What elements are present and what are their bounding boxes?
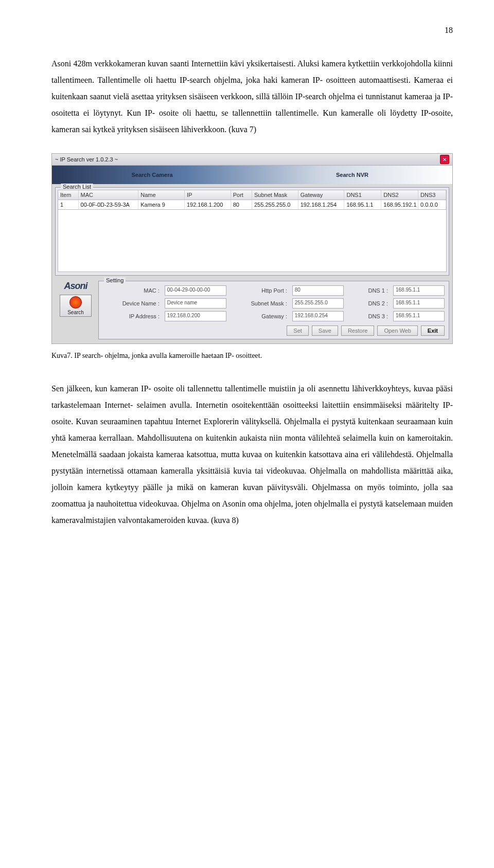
table-header: Item MAC Name IP Port Subnet Mask Gatewa…: [58, 190, 447, 200]
page-number: 18: [51, 26, 453, 35]
paragraph-2: Sen jälkeen, kun kameran IP- osoite oli …: [51, 381, 453, 529]
ip-label: IP Address :: [103, 313, 160, 319]
dns2-label: DNS 2 :: [349, 300, 388, 306]
table-row[interactable]: 1 00-0F-0D-23-59-3A Kamera 9 192.168.1.2…: [58, 200, 447, 210]
ip-field[interactable]: 192.168.0.200: [165, 311, 226, 321]
col-name: Name: [138, 190, 185, 200]
cell-item: 1: [58, 200, 79, 209]
devicename-label: Device Name :: [103, 300, 160, 306]
save-button[interactable]: Save: [312, 326, 338, 336]
dns1-label: DNS 1 :: [349, 287, 388, 294]
figure-caption: Kuva7. IP search- ohjelma, jonka avulla …: [51, 352, 453, 360]
asoni-logo: Asoni: [64, 281, 87, 292]
subnet-field[interactable]: 255.255.255.0: [292, 298, 344, 309]
httpport-field[interactable]: 80: [292, 285, 344, 296]
dns3-label: DNS 3 :: [349, 313, 388, 319]
cell-mac: 00-0F-0D-23-59-3A: [79, 200, 139, 209]
restore-button[interactable]: Restore: [341, 326, 375, 336]
col-subnet: Subnet Mask: [252, 190, 298, 200]
setting-panel: Setting MAC : 00-04-29-00-00-00 Http Por…: [98, 281, 449, 339]
gateway-field[interactable]: 192.168.0.254: [292, 311, 344, 321]
col-ip: IP: [185, 190, 231, 200]
tab-search-camera[interactable]: Search Camera: [52, 166, 252, 184]
mac-label: MAC :: [103, 287, 160, 294]
cell-dns1: 168.95.1.1: [344, 200, 381, 209]
dns3-field[interactable]: 168.95.1.1: [393, 311, 445, 321]
cell-name: Kamera 9: [138, 200, 185, 209]
search-icon: [69, 296, 82, 309]
col-mac: MAC: [79, 190, 139, 200]
tab-banner: Search Camera Search NVR: [52, 166, 452, 184]
subnet-label: Subnet Mask :: [232, 300, 287, 306]
cell-dns3: 0.0.0.0: [418, 200, 446, 209]
search-list-panel: Search List Item MAC Name IP Port Subnet…: [55, 187, 449, 276]
col-dns1: DNS1: [344, 190, 381, 200]
cell-port: 80: [231, 200, 252, 209]
col-item: Item: [58, 190, 79, 200]
col-gw: Gateway: [298, 190, 345, 200]
col-port: Port: [231, 190, 252, 200]
window-title: ~ IP Search ver 1.0.2.3 ~: [55, 156, 118, 162]
bottom-panel: Asoni Search Setting MAC : 00-04-29-00-0…: [52, 279, 452, 343]
dns1-field[interactable]: 168.95.1.1: [393, 285, 445, 296]
httpport-label: Http Port :: [232, 287, 287, 294]
window-titlebar: ~ IP Search ver 1.0.2.3 ~ ✕: [52, 154, 452, 166]
dns2-field[interactable]: 168.95.1.1: [393, 298, 445, 309]
search-button-label: Search: [67, 310, 84, 315]
col-dns3: DNS3: [418, 190, 446, 200]
devicename-field[interactable]: Device name: [165, 298, 226, 309]
set-button[interactable]: Set: [287, 326, 309, 336]
search-button[interactable]: Search: [60, 295, 92, 317]
gateway-label: Gateway :: [232, 313, 287, 319]
cell-gw: 192.168.1.254: [298, 200, 345, 209]
mac-field[interactable]: 00-04-29-00-00-00: [165, 285, 226, 296]
cell-dns2: 168.95.192.1: [381, 200, 418, 209]
exit-button[interactable]: Exit: [421, 326, 445, 336]
tab-search-nvr[interactable]: Search NVR: [252, 166, 452, 184]
open-web-button[interactable]: Open Web: [377, 326, 417, 336]
close-icon[interactable]: ✕: [440, 155, 449, 164]
table-empty-area: [58, 210, 447, 272]
cell-ip: 192.168.1.200: [185, 200, 231, 209]
col-dns2: DNS2: [381, 190, 418, 200]
search-list-label: Search List: [61, 184, 93, 190]
cell-subnet: 255.255.255.0: [252, 200, 298, 209]
ip-search-app-screenshot: ~ IP Search ver 1.0.2.3 ~ ✕ Search Camer…: [51, 153, 453, 344]
setting-label: Setting: [104, 277, 126, 283]
paragraph-1: Asoni 428m verkkokameran kuvan saanti In…: [51, 56, 453, 138]
